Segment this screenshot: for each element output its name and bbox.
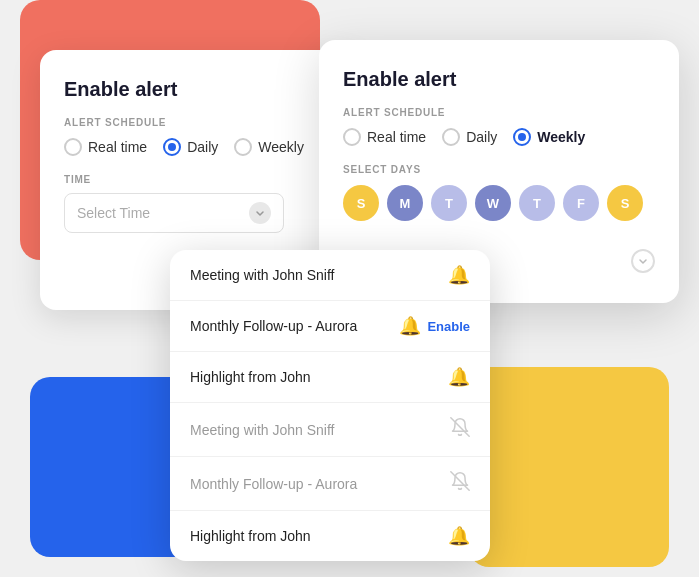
day-wednesday[interactable]: W [475, 185, 511, 221]
front-radio-weekly-circle [513, 128, 531, 146]
front-radio-realtime-circle [343, 128, 361, 146]
day-thursday[interactable]: T [519, 185, 555, 221]
back-radio-weekly[interactable]: Weekly [234, 138, 304, 156]
day-friday[interactable]: F [563, 185, 599, 221]
front-radio-group: Real time Daily Weekly [343, 128, 655, 146]
svg-line-0 [451, 418, 469, 436]
back-radio-realtime-label: Real time [88, 139, 147, 155]
back-time-arrow-icon [249, 202, 271, 224]
list-item-1-text: Meeting with John Sniff [190, 267, 335, 283]
front-radio-weekly-label: Weekly [537, 129, 585, 145]
back-radio-daily-circle [163, 138, 181, 156]
back-radio-daily-label: Daily [187, 139, 218, 155]
list-item-4-text: Meeting with John Sniff [190, 422, 335, 438]
bell-icon-3: 🔔 [448, 366, 470, 388]
list-item-5-text: Monthly Follow-up - Aurora [190, 476, 357, 492]
back-radio-weekly-circle [234, 138, 252, 156]
front-alert-schedule-label: ALERT SCHEDULE [343, 107, 655, 118]
back-time-placeholder: Select Time [77, 205, 150, 221]
list-item-6[interactable]: Highlight from John 🔔 [170, 511, 490, 561]
back-radio-group: Real time Daily Weekly [64, 138, 336, 156]
back-radio-realtime-circle [64, 138, 82, 156]
bell-off-icon-4 [450, 417, 470, 442]
day-tuesday[interactable]: T [431, 185, 467, 221]
list-item-6-text: Highlight from John [190, 528, 311, 544]
front-select-days-label: SELECT DAYS [343, 164, 655, 175]
front-time-arrow-icon [631, 249, 655, 273]
back-radio-realtime[interactable]: Real time [64, 138, 147, 156]
back-radio-daily[interactable]: Daily [163, 138, 218, 156]
day-saturday[interactable]: S [607, 185, 643, 221]
front-radio-realtime[interactable]: Real time [343, 128, 426, 146]
list-item-2[interactable]: Monthly Follow-up - Aurora 🔔 Enable [170, 301, 490, 352]
list-item-4[interactable]: Meeting with John Sniff [170, 403, 490, 457]
bell-icon-6: 🔔 [448, 525, 470, 547]
bell-icon-2: 🔔 [399, 315, 421, 337]
list-item-2-text: Monthly Follow-up - Aurora [190, 318, 357, 334]
list-card: Meeting with John Sniff 🔔 Monthly Follow… [170, 250, 490, 561]
back-alert-schedule-label: ALERT SCHEDULE [64, 117, 336, 128]
svg-line-1 [451, 472, 469, 490]
day-monday[interactable]: M [387, 185, 423, 221]
front-radio-weekly[interactable]: Weekly [513, 128, 585, 146]
front-radio-daily-circle [442, 128, 460, 146]
day-sunday[interactable]: S [343, 185, 379, 221]
list-item-1[interactable]: Meeting with John Sniff 🔔 [170, 250, 490, 301]
list-item-5[interactable]: Monthly Follow-up - Aurora [170, 457, 490, 511]
bell-icon-1: 🔔 [448, 264, 470, 286]
back-radio-weekly-label: Weekly [258, 139, 304, 155]
bg-card-yellow [469, 367, 669, 567]
front-radio-realtime-label: Real time [367, 129, 426, 145]
front-radio-daily-label: Daily [466, 129, 497, 145]
list-item-2-action[interactable]: 🔔 Enable [399, 315, 470, 337]
back-card-title: Enable alert [64, 78, 336, 101]
list-item-3[interactable]: Highlight from John 🔔 [170, 352, 490, 403]
back-time-input[interactable]: Select Time [64, 193, 284, 233]
bell-off-icon-5 [450, 471, 470, 496]
enable-label-2: Enable [427, 319, 470, 334]
front-card-title: Enable alert [343, 68, 655, 91]
back-time-label: TIME [64, 174, 336, 185]
front-radio-daily[interactable]: Daily [442, 128, 497, 146]
days-row: S M T W T F S [343, 185, 655, 221]
list-item-3-text: Highlight from John [190, 369, 311, 385]
